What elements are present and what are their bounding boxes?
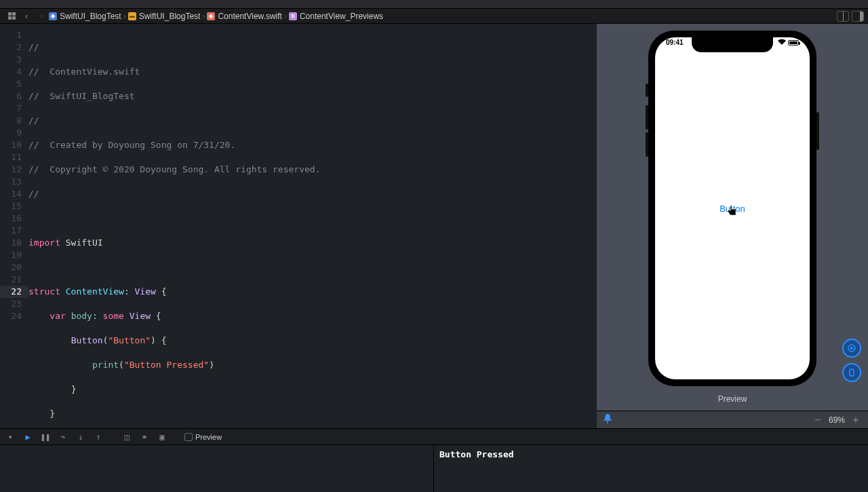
console-output[interactable]: Button Pressed	[434, 445, 868, 492]
line-gutter: 1 2 3 4 5 6 7 8 9 10 11 12 13 14 15 16 1…	[0, 24, 28, 428]
zoom-out-button[interactable]: −	[812, 414, 823, 426]
svg-rect-2	[850, 369, 854, 376]
breadcrumb-label: SwiftUI_BlogTest	[60, 12, 121, 21]
breadcrumb-label: ContentView.swift	[218, 12, 282, 21]
zoom-in-button[interactable]: +	[850, 414, 861, 426]
breakpoint-toggle-icon[interactable]: ▶	[22, 432, 34, 442]
variables-view[interactable]	[0, 445, 434, 492]
phone-frame: 09:41 Button	[648, 31, 816, 386]
step-out-icon[interactable]: ↑	[92, 432, 104, 442]
preview-pane: 09:41 Button	[597, 24, 868, 428]
debug-bar: ▾ ▶ ❚❚ ↷ ↓ ↑ ◫ ⚭ ▣ Preview	[0, 428, 868, 444]
phone-screen: 09:41 Button	[655, 37, 810, 379]
folder-icon: ▬	[128, 12, 136, 20]
pin-icon[interactable]	[604, 414, 612, 425]
related-items-icon[interactable]	[7, 12, 16, 21]
nav-forward-icon: ›	[37, 12, 46, 21]
breadcrumb-symbol[interactable]: S ContentView_Previews	[289, 12, 383, 21]
project-icon: ◆	[49, 12, 57, 20]
preview-label: Preview	[718, 394, 747, 404]
swift-file-icon: ◆	[207, 12, 215, 20]
device-preview-button[interactable]	[842, 363, 861, 382]
minimap-toggle-icon[interactable]	[837, 11, 849, 22]
step-over-icon[interactable]: ↷	[57, 432, 69, 442]
inspector-toggle-icon[interactable]	[852, 11, 864, 22]
pause-icon[interactable]: ❚❚	[39, 432, 52, 442]
breadcrumb-bar: ‹ › ◆ SwiftUI_BlogTest › ▬ SwiftUI_BlogT…	[0, 9, 868, 24]
breadcrumb-file[interactable]: ◆ ContentView.swift	[207, 12, 282, 21]
code-content[interactable]: // // ContentView.swift // SwiftUI_BlogT…	[28, 24, 597, 428]
zoom-level[interactable]: 69%	[829, 415, 845, 425]
breadcrumb-project[interactable]: ◆ SwiftUI_BlogTest	[49, 12, 121, 21]
cursor-hand-icon	[728, 206, 737, 219]
breadcrumb-folder[interactable]: ▬ SwiftUI_BlogTest	[128, 12, 201, 21]
preview-checkbox[interactable]: Preview	[184, 433, 222, 441]
breadcrumb-label: ContentView_Previews	[300, 12, 383, 21]
code-editor[interactable]: 1 2 3 4 5 6 7 8 9 10 11 12 13 14 15 16 1…	[0, 24, 597, 428]
breadcrumb-label: SwiftUI_BlogTest	[139, 12, 201, 21]
zoom-bar: − 69% +	[597, 411, 868, 428]
console: Button Pressed	[0, 444, 868, 492]
live-preview-button[interactable]	[842, 339, 861, 358]
view-debug-icon[interactable]: ◫	[121, 432, 133, 442]
preview-canvas[interactable]: 09:41 Button	[597, 24, 868, 411]
svg-point-1	[850, 347, 853, 349]
nav-back-icon[interactable]: ‹	[22, 12, 31, 21]
chevron-right-icon: ›	[123, 12, 126, 21]
debug-hide-icon[interactable]: ▾	[4, 432, 16, 442]
preview-button[interactable]: Button	[719, 204, 745, 214]
step-into-icon[interactable]: ↓	[75, 432, 87, 442]
chevron-right-icon: ›	[284, 12, 287, 21]
chevron-right-icon: ›	[202, 12, 205, 21]
environment-icon[interactable]: ▣	[156, 432, 168, 442]
struct-icon: S	[289, 12, 297, 20]
tab-bar	[0, 0, 868, 9]
memory-graph-icon[interactable]: ⚭	[138, 432, 151, 442]
